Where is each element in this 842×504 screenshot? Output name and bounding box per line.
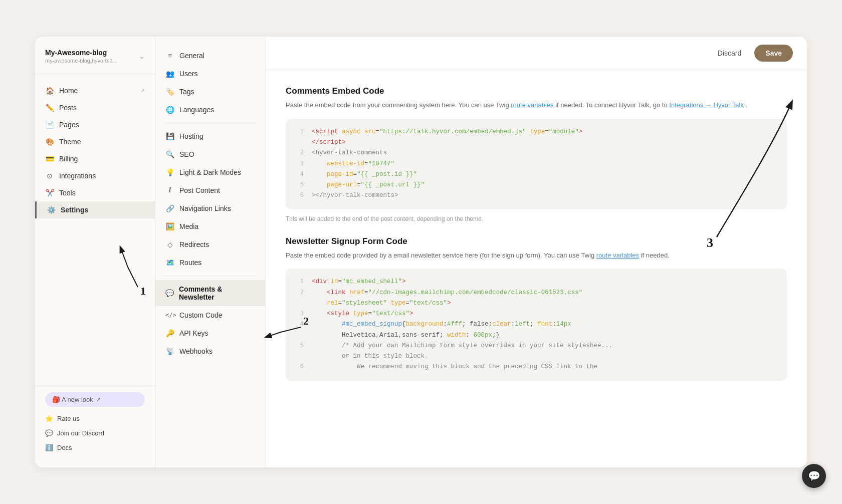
mid-nav-routes[interactable]: 🗺️ Routes bbox=[155, 254, 265, 272]
newsletter-code-line-5: 5 /* Add your own Mailchimp form style o… bbox=[296, 341, 777, 351]
sidebar-item-billing[interactable]: 💳 Billing bbox=[35, 150, 155, 167]
discard-button[interactable]: Discard bbox=[711, 45, 748, 61]
hosting-icon: 💾 bbox=[165, 132, 174, 140]
theme-icon: 🎨 bbox=[45, 138, 54, 146]
sidebar-bottom: 🎒 A new look ↗ ⭐ Rate us 💬 Join our Disc… bbox=[35, 386, 155, 459]
chat-bubble[interactable]: 💬 bbox=[802, 464, 826, 488]
mid-nav-label-routes: Routes bbox=[179, 259, 201, 267]
left-sidebar: My-Awesome-blog my-awesome-blog.hyvorblo… bbox=[35, 37, 155, 467]
sidebar-item-integrations[interactable]: ⊙ Integrations bbox=[35, 167, 155, 184]
rate-us-label: Rate us bbox=[57, 415, 80, 422]
tools-icon: ✂️ bbox=[45, 189, 54, 197]
newsletter-code-line-4: 4 #mc_embed_signup{background:#fff; fals… bbox=[296, 319, 777, 330]
comments-desc-text-3: . bbox=[746, 101, 748, 109]
media-icon: 🖼️ bbox=[165, 222, 174, 230]
comments-newsletter-icon: 💬 bbox=[165, 289, 174, 297]
mid-nav-webhooks[interactable]: 📡 Webhooks bbox=[155, 342, 265, 360]
sidebar-item-posts[interactable]: ✏️ Posts bbox=[35, 99, 155, 116]
code-line-1: 1 <script async src="https://talk.hyvor.… bbox=[296, 127, 777, 137]
star-icon: ⭐ bbox=[45, 415, 53, 422]
comments-integrations-link[interactable]: Integrations → Hyvor Talk bbox=[669, 101, 744, 109]
sidebar-item-label-theme: Theme bbox=[59, 138, 81, 146]
newsletter-desc-text-2: if needed. bbox=[641, 251, 670, 259]
sidebar-item-label-tools: Tools bbox=[59, 189, 76, 197]
routes-icon: 🗺️ bbox=[165, 259, 174, 267]
mid-nav-label-post-content: Post Content bbox=[179, 186, 220, 194]
newsletter-code-line-5b: or in this style block. bbox=[296, 351, 777, 362]
newsletter-code-line-6: 6 We recommend moving this block and the… bbox=[296, 362, 777, 372]
newsletter-code-line-2b: rel="stylesheet" type="text/css"> bbox=[296, 298, 777, 309]
mid-nav-api-keys[interactable]: 🔑 API Keys bbox=[155, 324, 265, 342]
seo-icon: 🔍 bbox=[165, 150, 174, 158]
sidebar-item-home[interactable]: 🏠 Home ↗ bbox=[35, 82, 155, 99]
sidebar-item-label-posts: Posts bbox=[59, 104, 77, 112]
newsletter-route-variables-link[interactable]: route variables bbox=[596, 251, 639, 259]
brand-chevron-icon[interactable]: ⌄ bbox=[139, 52, 145, 60]
brand-info: My-Awesome-blog my-awesome-blog.hyvorblo… bbox=[45, 49, 117, 64]
discord-icon: 💬 bbox=[45, 429, 53, 437]
brand-name: My-Awesome-blog bbox=[45, 49, 117, 57]
code-line-6: 6 ></hyvor-talk-comments> bbox=[296, 190, 777, 201]
brand-section[interactable]: My-Awesome-blog my-awesome-blog.hyvorblo… bbox=[35, 49, 155, 74]
mid-nav-tags[interactable]: 🏷️ Tags bbox=[155, 83, 265, 101]
mid-nav-comments-newsletter[interactable]: 💬 Comments & Newsletter bbox=[155, 280, 265, 306]
comments-note: This will be added to the end of the pos… bbox=[286, 215, 787, 222]
mid-nav-label-comments-newsletter: Comments & Newsletter bbox=[179, 285, 255, 301]
sidebar-item-tools[interactable]: ✂️ Tools bbox=[35, 184, 155, 201]
sidebar-item-label-settings: Settings bbox=[61, 206, 88, 214]
sidebar-item-theme[interactable]: 🎨 Theme bbox=[35, 133, 155, 150]
new-look-badge[interactable]: 🎒 A new look ↗ bbox=[45, 392, 145, 407]
discord-label: Join our Discord bbox=[57, 429, 104, 437]
pages-icon: 📄 bbox=[45, 121, 54, 129]
mid-nav-label-hosting: Hosting bbox=[179, 132, 203, 140]
mid-separator-2 bbox=[163, 276, 257, 276]
posts-icon: ✏️ bbox=[45, 104, 54, 112]
mid-sidebar: ≡ General 👥 Users 🏷️ Tags 🌐 Languages 💾 … bbox=[155, 37, 266, 467]
mid-nav-post-content[interactable]: I Post Content bbox=[155, 181, 265, 199]
sidebar-item-label-integrations: Integrations bbox=[59, 172, 96, 180]
sidebar-item-label-home: Home bbox=[59, 87, 78, 95]
billing-icon: 💳 bbox=[45, 155, 54, 163]
code-line-3: 3 website-id="10747" bbox=[296, 159, 777, 169]
mid-nav-label-general: General bbox=[179, 52, 204, 60]
docs-link[interactable]: ℹ️ Docs bbox=[45, 442, 145, 453]
info-icon: ℹ️ bbox=[45, 444, 53, 451]
save-button[interactable]: Save bbox=[754, 45, 793, 62]
main-body: Comments Embed Code Paste the embed code… bbox=[266, 70, 807, 467]
integrations-icon: ⊙ bbox=[45, 172, 54, 180]
sidebar-item-settings[interactable]: ⚙️ Settings bbox=[35, 201, 155, 218]
brand-sub: my-awesome-blog.hyvorblo... bbox=[45, 58, 117, 64]
comments-title: Comments Embed Code bbox=[286, 86, 787, 96]
new-look-external-icon: ↗ bbox=[96, 396, 101, 403]
lightdark-icon: 💡 bbox=[165, 168, 174, 176]
mid-nav-custom-code[interactable]: </> Custom Code bbox=[155, 306, 265, 324]
newsletter-code-line-4b: Helvetica,Arial,sans-serif; width: 600px… bbox=[296, 330, 777, 341]
comments-embed-section: Comments Embed Code Paste the embed code… bbox=[286, 86, 787, 222]
mid-nav-light-dark[interactable]: 💡 Light & Dark Modes bbox=[155, 163, 265, 181]
main-header: Discard Save bbox=[266, 37, 807, 70]
mid-nav-nav-links[interactable]: 🔗 Navigation Links bbox=[155, 199, 265, 217]
mid-nav-users[interactable]: 👥 Users bbox=[155, 65, 265, 83]
newsletter-code-line-1: 1 <div id="mc_embed_shell"> bbox=[296, 277, 777, 287]
discord-link[interactable]: 💬 Join our Discord bbox=[45, 427, 145, 439]
mid-nav-label-media: Media bbox=[179, 222, 198, 230]
users-icon: 👥 bbox=[165, 70, 174, 78]
mid-nav-label-tags: Tags bbox=[179, 88, 194, 96]
bottom-links: ⭐ Rate us 💬 Join our Discord ℹ️ Docs bbox=[45, 413, 145, 453]
newsletter-code-line-2: 2 <link href="//cdn-images.mailchimp.com… bbox=[296, 288, 777, 298]
mid-nav-redirects[interactable]: ◇ Redirects bbox=[155, 235, 265, 254]
mid-nav-languages[interactable]: 🌐 Languages bbox=[155, 101, 265, 119]
comments-code-block: 1 <script async src="https://talk.hyvor.… bbox=[286, 119, 787, 209]
mid-nav-label-users: Users bbox=[179, 70, 198, 78]
comments-route-variables-link[interactable]: route variables bbox=[511, 101, 553, 109]
comments-desc: Paste the embed code from your commentin… bbox=[286, 100, 787, 111]
mid-nav-hosting[interactable]: 💾 Hosting bbox=[155, 127, 265, 145]
mid-nav-label-nav-links: Navigation Links bbox=[179, 204, 231, 212]
sidebar-item-pages[interactable]: 📄 Pages bbox=[35, 116, 155, 133]
mid-nav-seo[interactable]: 🔍 SEO bbox=[155, 145, 265, 163]
mid-nav-media[interactable]: 🖼️ Media bbox=[155, 217, 265, 235]
rate-us-link[interactable]: ⭐ Rate us bbox=[45, 413, 145, 424]
mid-nav-label-seo: SEO bbox=[179, 150, 194, 158]
mid-nav-general[interactable]: ≡ General bbox=[155, 47, 265, 65]
comments-desc-text-2: if needed. To connect Hyvor Talk, go to bbox=[555, 101, 669, 109]
